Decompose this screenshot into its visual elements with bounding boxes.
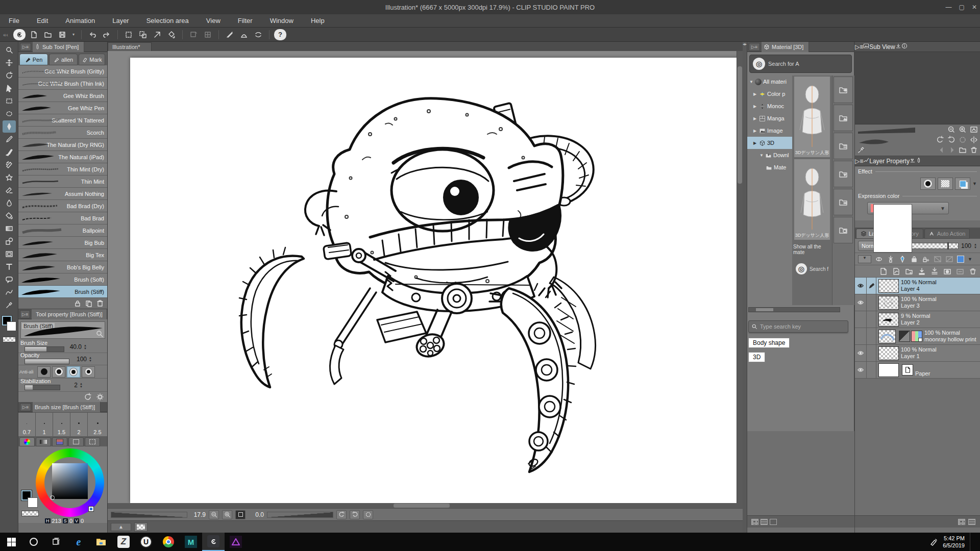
brush-item[interactable]: Big Tex bbox=[18, 249, 107, 261]
rotate-cw-icon[interactable] bbox=[350, 510, 360, 519]
color-wheel-tab[interactable] bbox=[19, 437, 35, 446]
layer-thumbnail[interactable] bbox=[878, 346, 899, 360]
folder-tone-icon[interactable] bbox=[834, 161, 853, 187]
horizontal-scrollbar[interactable] bbox=[108, 503, 743, 508]
brush-item[interactable]: Scattered 'N Tattered bbox=[18, 114, 107, 127]
menu-filter[interactable]: Filter bbox=[229, 14, 261, 28]
brush-item[interactable]: Ballpoint bbox=[18, 224, 107, 237]
dock-collapse-icon[interactable]: « ‹ bbox=[3, 32, 7, 38]
panel-menu-icon[interactable]: ▷≡ bbox=[855, 158, 863, 165]
show-desktop-button[interactable] bbox=[970, 533, 972, 551]
clear-icon[interactable] bbox=[151, 29, 163, 40]
layer-color-dropdown-icon[interactable]: ▼ bbox=[968, 257, 972, 262]
folder-image-icon[interactable] bbox=[834, 105, 853, 131]
tab-pen[interactable]: Pen bbox=[19, 54, 48, 65]
stabilization-slider[interactable] bbox=[24, 385, 60, 390]
brush-item[interactable]: Gee Whiz Pen bbox=[18, 102, 107, 114]
layer-row-moonray[interactable]: 100 % Normalmoonray hollow print bbox=[855, 328, 980, 345]
brush-item[interactable]: Thin Mint (Dry) bbox=[18, 163, 107, 176]
brush-item[interactable]: Gee Whiz Brush (Thin Ink) bbox=[18, 78, 107, 90]
anti-aliasing-middle[interactable] bbox=[67, 366, 80, 378]
frame-border-tool-icon[interactable] bbox=[3, 248, 16, 260]
brush-size-slider[interactable] bbox=[24, 346, 64, 352]
tree-3d[interactable]: ▶3D bbox=[747, 137, 792, 149]
delete-subtool-icon[interactable] bbox=[96, 299, 104, 308]
sub-color-swatch[interactable] bbox=[28, 497, 38, 508]
edge-icon[interactable]: e bbox=[67, 533, 90, 551]
lock-settings-icon[interactable] bbox=[74, 299, 82, 308]
gradient-tool-icon[interactable] bbox=[3, 222, 16, 235]
material-search-button[interactable]: ◎ Search for A bbox=[749, 55, 852, 73]
saturation-value-square[interactable] bbox=[52, 463, 88, 499]
new-vector-layer-icon[interactable] bbox=[892, 267, 900, 276]
subview-rotate-ccw-icon[interactable] bbox=[936, 136, 944, 144]
brush-item[interactable]: Thin Mint bbox=[18, 176, 107, 188]
brush-size-value[interactable]: 40.0 bbox=[66, 343, 82, 350]
anti-aliasing-none[interactable] bbox=[37, 366, 51, 378]
create-mask-icon[interactable] bbox=[943, 267, 951, 276]
layer-color-icon[interactable] bbox=[957, 256, 964, 263]
subview-zoom-in-icon[interactable] bbox=[959, 126, 967, 134]
stepper-icon[interactable]: ▲▼ bbox=[974, 243, 977, 249]
tree-monochromatic-pattern[interactable]: ▶Monoc bbox=[747, 100, 792, 112]
tab-allen[interactable]: allen bbox=[49, 54, 78, 65]
folder-color-pattern-icon[interactable] bbox=[834, 77, 853, 103]
new-folder-icon[interactable] bbox=[905, 267, 913, 276]
visibility-eye-icon[interactable] bbox=[855, 299, 866, 306]
import-tab-icon[interactable] bbox=[895, 43, 901, 51]
subview-flip-icon[interactable] bbox=[970, 136, 978, 144]
brush-item[interactable]: Big Bub bbox=[18, 237, 107, 249]
affinity-icon[interactable] bbox=[225, 533, 247, 551]
layer-thumbnail[interactable] bbox=[878, 279, 899, 293]
cortana-icon[interactable] bbox=[22, 533, 45, 551]
undo-icon[interactable] bbox=[86, 29, 99, 40]
layer-count-icon[interactable] bbox=[968, 519, 975, 525]
snap-to-special-ruler-icon[interactable] bbox=[238, 29, 250, 40]
mesh-transform-icon[interactable] bbox=[202, 29, 214, 40]
approx-color-tab[interactable] bbox=[85, 437, 100, 446]
zoom-tool-icon[interactable] bbox=[3, 44, 16, 56]
menu-file[interactable]: File bbox=[0, 14, 28, 28]
brush-item[interactable]: Assumi Nothing bbox=[18, 188, 107, 200]
link-mask-icon[interactable] bbox=[945, 255, 953, 263]
enable-mask-icon[interactable] bbox=[934, 255, 942, 263]
tree-all-material[interactable]: ▼All materi bbox=[747, 76, 792, 88]
next-image-icon[interactable] bbox=[948, 146, 955, 154]
save-icon[interactable] bbox=[56, 29, 68, 40]
brush-tool-icon[interactable] bbox=[3, 146, 16, 158]
color-set-tab[interactable] bbox=[52, 437, 67, 446]
brush-item[interactable]: Scorch bbox=[18, 127, 107, 139]
layer-row-layer4[interactable]: 100 % NormalLayer 4 bbox=[855, 278, 980, 294]
tree-image-material[interactable]: ▶Image bbox=[747, 124, 792, 137]
canvas-page[interactable] bbox=[130, 58, 737, 503]
new-file-icon[interactable] bbox=[28, 29, 40, 40]
folder-brick-icon[interactable] bbox=[834, 189, 853, 215]
reset-settings-icon[interactable] bbox=[84, 393, 92, 401]
transfer-down-icon[interactable] bbox=[918, 267, 926, 276]
panel-menu-icon[interactable]: ▷≡ bbox=[20, 403, 31, 411]
show-all-materials-link[interactable]: Show all the mate bbox=[793, 244, 831, 255]
subview-eyedropper-icon[interactable] bbox=[857, 146, 865, 154]
sub-view-preview[interactable] bbox=[855, 52, 980, 124]
brush-item[interactable]: The Natural (Dry RNG) bbox=[18, 139, 107, 151]
menu-animation[interactable]: Animation bbox=[57, 14, 104, 28]
detail-view-icon[interactable] bbox=[770, 519, 777, 525]
panel-menu-icon[interactable]: ▷≡ bbox=[855, 43, 863, 51]
transparent-swatch[interactable] bbox=[21, 511, 39, 516]
zbrush-icon[interactable]: Z bbox=[112, 533, 135, 551]
brush-item[interactable]: The Natural (iPad) bbox=[18, 151, 107, 163]
chrome-icon[interactable] bbox=[157, 533, 180, 551]
balloon-tool-icon[interactable] bbox=[3, 273, 16, 286]
task-view-icon[interactable] bbox=[45, 533, 67, 551]
lock-layer-icon[interactable] bbox=[910, 255, 918, 263]
eyedropper-tool-icon[interactable] bbox=[3, 299, 16, 311]
brush-item[interactable]: Brush (Soft) bbox=[18, 273, 107, 286]
anti-aliasing-strong[interactable] bbox=[82, 366, 95, 378]
layer-opacity-value[interactable]: 100 bbox=[961, 242, 971, 249]
clip-at-layer-icon[interactable] bbox=[875, 255, 883, 263]
operation-tool-icon[interactable] bbox=[3, 82, 16, 94]
tab-marker[interactable]: Mark bbox=[79, 54, 105, 65]
subview-reset-icon[interactable] bbox=[959, 136, 967, 144]
layer-row-layer1[interactable]: 100 % NormalLayer 1 bbox=[855, 345, 980, 362]
menu-layer[interactable]: Layer bbox=[104, 14, 138, 28]
